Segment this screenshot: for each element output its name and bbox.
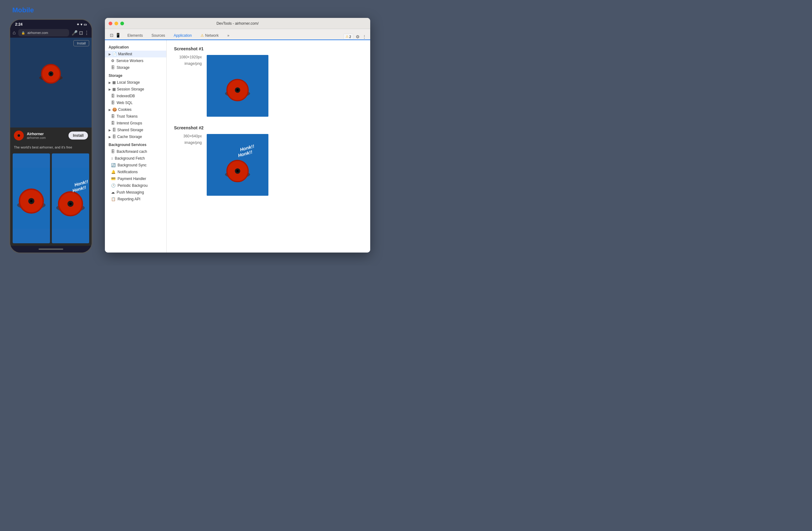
svg-point-30 [236,170,239,172]
back-forward-cache-label: Back/forward cach [117,150,147,154]
home-bar [39,249,63,250]
cookies-chevron: ▶ [108,108,111,111]
sidebar-section-application: Application [105,43,166,51]
screenshot-2-section: Screenshot #2 360×640px image/png [174,125,363,196]
sidebar-item-cookies[interactable]: ▶ 🍪 Cookies [105,106,166,113]
sidebar-item-payment-handler[interactable]: 💳 Payment Handler [105,176,166,182]
manifest-chevron: ▶ [108,53,111,56]
bluetooth-icon: ✦ [76,23,79,27]
mobile-section: Mobile 2:24 ✦ ▾ ▭ ⌂ 🔒 airhorner.com 🎤 ⊡ … [9,6,92,253]
maximize-button[interactable] [120,22,124,25]
screenshot-1-image [207,55,269,117]
airhorner-hero-svg [35,61,66,85]
warning-badge[interactable]: ⚠ 2 [343,34,353,40]
trust-tokens-icon: 🗄 [111,114,115,118]
screenshot-1-section: Screenshot #1 1080×1920px image/png [174,46,363,117]
sidebar-item-background-fetch[interactable]: ↕ Background Fetch [105,155,166,162]
sidebar-section-storage: Storage [105,71,166,79]
sidebar-item-shared-storage[interactable]: ▶ 🗄 Shared Storage [105,127,166,134]
sidebar-item-indexeddb[interactable]: 🗄 IndexedDB [105,93,166,99]
inspect-element-icon[interactable]: ⊡ [110,33,114,38]
minimize-button[interactable] [114,22,118,25]
devtools-main-content: Screenshot #1 1080×1920px image/png [166,40,370,253]
screenshot-1-svg [207,55,269,117]
sidebar-item-trust-tokens[interactable]: 🗄 Trust Tokens [105,113,166,120]
screenshot-1-info: 1080×1920px image/png [174,55,202,66]
sidebar-item-cache-storage[interactable]: ▶ 🗄 Cache Storage [105,134,166,140]
phone-description: The world's best airhorner, and it's fre… [10,143,92,151]
push-messaging-label: Push Messaging [117,190,144,195]
reporting-api-icon: 📋 [111,197,116,201]
cache-storage-icon: 🗄 [112,135,116,139]
home-nav-icon[interactable]: ⌂ [13,30,16,36]
sidebar-item-session-storage[interactable]: ▶ ▦ Session Storage [105,86,166,93]
banner-text-area: Airhorner airhorner.com [27,132,66,140]
devtools-titlebar: DevTools - airhorner.com/ [105,18,370,29]
install-top-button[interactable]: Install [73,40,89,46]
session-storage-chevron: ▶ [108,88,111,91]
tab-application[interactable]: Application [169,31,196,40]
tab-network[interactable]: ⚠ Network [196,31,223,40]
push-messaging-icon: ☁ [111,190,115,195]
devtools-sidebar: Application ▶ 📄 Manifest ⚙ Service Worke… [105,40,166,253]
sidebar-item-background-sync[interactable]: 🔄 Background Sync [105,162,166,169]
devtools-window: DevTools - airhorner.com/ ⊡ 📱 Elements S… [105,18,370,253]
sidebar-item-interest-groups[interactable]: 🗄 Interest Groups [105,120,166,127]
screenshot-1-dims: 1080×1920px [174,55,202,59]
phone-status-bar: 2:24 ✦ ▾ ▭ [10,20,92,28]
tab-sources[interactable]: Sources [147,31,169,40]
phone-frame: 2:24 ✦ ▾ ▭ ⌂ 🔒 airhorner.com 🎤 ⊡ ⋮ Insta… [9,19,92,253]
background-sync-icon: 🔄 [111,163,116,167]
sidebar-item-service-workers[interactable]: ⚙ Service Workers [105,57,166,64]
service-workers-label: Service Workers [116,59,143,63]
lock-icon: 🔒 [21,31,25,34]
notifications-icon: 🔔 [111,170,116,174]
phone-ss2-svg: Honk!! Honk!! [52,153,89,243]
screenshot-2-dims: 360×640px [174,134,202,138]
storage-overview-icon: 🗄 [111,66,115,70]
service-workers-icon: ⚙ [111,59,114,63]
web-sql-label: Web SQL [117,101,133,105]
svg-point-10 [30,200,33,202]
sidebar-item-notifications[interactable]: 🔔 Notifications [105,169,166,176]
phone-address-bar[interactable]: 🔒 airhorner.com [18,29,69,37]
sidebar-item-periodic-background[interactable]: 🕐 Periodic Backgrou [105,182,166,189]
tab-icon[interactable]: ⊡ [79,30,83,36]
sidebar-item-manifest[interactable]: ▶ 📄 Manifest [105,51,166,57]
sidebar-item-back-forward-cache[interactable]: 🗄 Back/forward cach [105,148,166,155]
local-storage-label: Local Storage [117,80,140,85]
close-button[interactable] [108,22,112,25]
payment-handler-icon: 💳 [111,177,116,181]
periodic-background-icon: 🕐 [111,183,116,188]
menu-icon[interactable]: ⋮ [84,30,89,36]
interest-groups-label: Interest Groups [117,121,142,125]
cookies-label: Cookies [118,108,131,112]
more-options-icon[interactable]: ⋮ [362,34,366,39]
manifest-icon: 📄 [112,52,117,56]
sidebar-item-storage-overview[interactable]: 🗄 Storage [105,64,166,71]
banner-install-button[interactable]: Install [69,131,88,140]
network-warning-icon: ⚠ [201,33,204,38]
banner-icon-dot [18,134,20,137]
screenshot-2-image: Honk!! Honk!! [207,134,269,196]
device-mode-icon[interactable]: 📱 [115,33,121,38]
tab-more[interactable]: » [223,31,234,40]
indexeddb-label: IndexedDB [117,94,135,98]
notifications-label: Notifications [118,170,137,174]
wifi-icon: ▾ [81,23,82,27]
trust-tokens-label: Trust Tokens [117,114,137,118]
devtools-tabs: ⊡ 📱 Elements Sources Application ⚠ Netwo… [105,29,370,40]
phone-screenshot-2: Honk!! Honk!! [52,153,89,243]
sidebar-item-reporting-api[interactable]: 📋 Reporting API [105,196,166,202]
sidebar-item-web-sql[interactable]: 🗄 Web SQL [105,99,166,106]
settings-icon[interactable]: ⚙ [356,34,360,39]
phone-hero-image [10,38,92,109]
phone-main-content: Install [10,38,92,127]
tab-elements[interactable]: Elements [123,31,147,40]
mobile-label: Mobile [12,6,34,14]
sidebar-item-local-storage[interactable]: ▶ ▦ Local Storage [105,79,166,86]
warning-count: 2 [349,35,351,39]
mic-icon[interactable]: 🎤 [72,30,78,36]
sidebar-item-push-messaging[interactable]: ☁ Push Messaging [105,189,166,196]
phone-time: 2:24 [15,22,23,27]
